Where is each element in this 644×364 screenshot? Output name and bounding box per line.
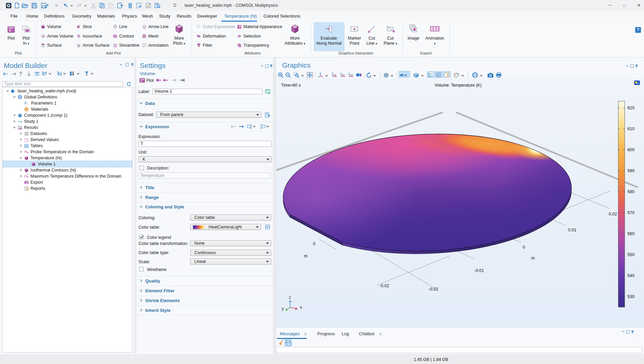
svg-text:Volume: Temperature (K): Volume: Temperature (K) xyxy=(435,83,482,88)
svg-text:m: m xyxy=(531,256,535,260)
svg-text:-0.02: -0.02 xyxy=(429,287,438,292)
svg-text:0: 0 xyxy=(313,242,316,246)
svg-text:xy: xy xyxy=(334,73,337,76)
svg-text:x: x xyxy=(300,305,302,310)
svg-text:-0.02: -0.02 xyxy=(380,283,389,288)
svg-text:m: m xyxy=(304,254,307,258)
svg-text:*: * xyxy=(27,174,28,176)
svg-text:570: 570 xyxy=(627,210,635,215)
svg-text:620: 620 xyxy=(627,106,635,110)
svg-text:xz: xz xyxy=(350,73,353,76)
svg-text:e-12: e-12 xyxy=(24,140,29,142)
svg-text:0.01: 0.01 xyxy=(568,228,576,232)
svg-text:610: 610 xyxy=(627,127,635,131)
svg-text:-0.01: -0.01 xyxy=(474,268,484,273)
svg-text:580: 580 xyxy=(627,189,635,194)
svg-text:yz: yz xyxy=(342,73,345,76)
svg-text:530: 530 xyxy=(627,294,635,299)
svg-text:0: 0 xyxy=(523,245,525,250)
svg-text:i: i xyxy=(27,103,28,106)
svg-text:540: 540 xyxy=(627,273,635,278)
svg-text:0.02: 0.02 xyxy=(609,212,617,217)
svg-text:y: y xyxy=(282,306,284,311)
svg-text:600: 600 xyxy=(627,147,635,152)
svg-text:z: z xyxy=(289,295,291,300)
svg-text:560: 560 xyxy=(627,231,635,236)
svg-text:T: T xyxy=(144,44,145,46)
svg-text:Time=60 s: Time=60 s xyxy=(281,83,301,88)
svg-text:550: 550 xyxy=(627,252,635,257)
svg-text:P: P xyxy=(24,101,27,105)
svg-text:590: 590 xyxy=(627,168,635,173)
